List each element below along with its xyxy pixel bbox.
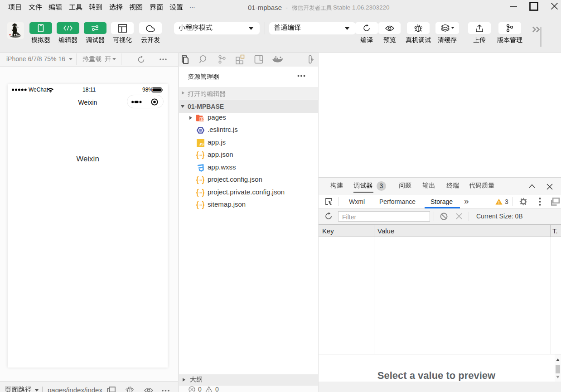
svg-text:JS: JS bbox=[199, 141, 204, 146]
